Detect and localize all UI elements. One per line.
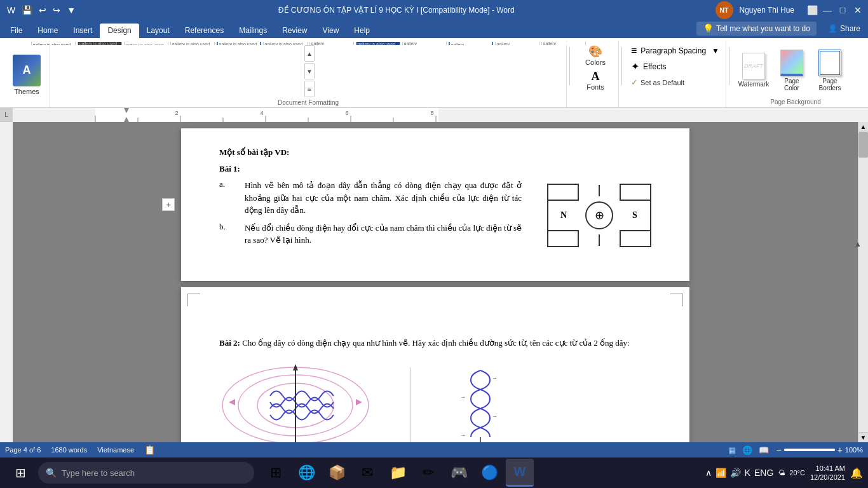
style-item-9[interactable]: TITLE HEADING 1 Do the bums, this galler… xyxy=(402,42,447,45)
bai1-content: a. Hình vẽ bên mô tả đoạn dây dẫn thẳng … xyxy=(219,179,651,252)
south-top-bar xyxy=(620,184,651,200)
scroll-up-button[interactable]: ▲ xyxy=(858,122,868,132)
ribbon-content: A Themes Title Heading 1 Do the bums, th… xyxy=(0,38,868,108)
task-view-button[interactable]: ⊞ xyxy=(262,459,290,487)
language-status[interactable]: Vietnamese xyxy=(97,446,134,454)
page-color-button[interactable]: Page Color xyxy=(774,47,810,94)
tab-layout[interactable]: Layout xyxy=(139,24,177,38)
paragraph-spacing-button[interactable]: ≡ Paragraph Spacing ▼ xyxy=(628,43,722,58)
svg-text:→: → xyxy=(460,394,466,400)
add-content-button[interactable]: + xyxy=(162,198,175,211)
page-color-label: Page Color xyxy=(778,78,806,92)
start-button[interactable]: ⊞ xyxy=(5,458,36,488)
bai2-text: Cho ống dây có dòng điện chạy qua như hì… xyxy=(242,338,630,348)
read-mode-button[interactable]: 📖 xyxy=(757,445,771,456)
user-avatar[interactable]: NT xyxy=(715,1,733,19)
mail-button[interactable]: ✉ xyxy=(353,459,381,487)
fonts-label: Fonts xyxy=(587,83,604,91)
game-button[interactable]: 🎮 xyxy=(445,459,473,487)
customize-qat-button[interactable]: ▼ xyxy=(65,4,78,17)
set-as-default-button[interactable]: ✓ Set as Default xyxy=(628,76,722,89)
style-item-6[interactable]: Title Heading 1 Do the bums, this galler… xyxy=(263,42,308,45)
notification-button[interactable]: 🔔 xyxy=(850,467,863,479)
right-scrollbar[interactable]: ▲ ▼ xyxy=(858,122,868,442)
explorer-button[interactable]: 📁 xyxy=(384,459,412,487)
style-item-11[interactable]: Title Heading 1 Do the bums, this galler… xyxy=(495,42,539,45)
close-button[interactable]: ✕ xyxy=(853,5,863,15)
style-item-2[interactable]: TITLE HEADING 1 Do the bums, this galler… xyxy=(78,42,122,45)
tab-review[interactable]: Review xyxy=(275,24,315,38)
style-item-1[interactable]: Title Heading 1 Do the bums, this galler… xyxy=(31,42,76,45)
taskbar-search[interactable]: 🔍 Type here to search xyxy=(38,462,254,484)
gallery-down-arrow[interactable]: ▼ xyxy=(304,63,315,79)
temperature-label: 20°C xyxy=(789,469,805,477)
page-background-label: Page Background xyxy=(736,97,855,107)
style-item-7[interactable]: TITLE HEADING 1 Do the bums, this galler… xyxy=(309,42,354,45)
tell-me-input[interactable]: 💡 Tell me what you want to do xyxy=(696,22,817,36)
word-taskbar-button[interactable]: W xyxy=(506,459,534,487)
svg-marker-22 xyxy=(229,399,235,405)
style-item-5[interactable]: TITLE HEADING 1 Do the bums, this galler… xyxy=(217,42,261,45)
volume-icon[interactable]: 🔊 xyxy=(730,468,741,478)
ribbon-display-button[interactable]: ⬜ xyxy=(807,5,817,15)
svg-text:2: 2 xyxy=(175,110,178,116)
zoom-slider[interactable] xyxy=(784,449,835,451)
ribbon-collapse-button[interactable]: ▲ xyxy=(854,240,862,248)
view-icons: ▦ 🌐 📖 xyxy=(726,445,771,456)
taskbar-search-placeholder: Type here to search xyxy=(62,468,135,478)
ribbon-group-document-formatting: Title Heading 1 Do the bums, this galler… xyxy=(50,41,567,107)
status-bar: Page 4 of 6 1680 words Vietnamese 📋 ▦ 🌐 … xyxy=(0,442,868,458)
page-borders-button[interactable]: Page Borders xyxy=(812,47,848,94)
tab-insert[interactable]: Insert xyxy=(65,24,100,38)
save-button[interactable]: 💾 xyxy=(20,4,34,17)
document-area[interactable]: + Một số bài tập VD: Bài 1: a. Hình vẽ b… xyxy=(13,122,858,442)
gallery-more-arrow[interactable]: ≡ xyxy=(304,81,315,97)
redo-button[interactable]: ↪ xyxy=(51,4,62,17)
scroll-down-button[interactable]: ▼ xyxy=(858,432,868,442)
tab-mailings[interactable]: Mailings xyxy=(231,24,275,38)
language-indicator[interactable]: ENG xyxy=(754,468,773,478)
tab-design[interactable]: Design xyxy=(100,24,139,38)
print-layout-button[interactable]: ▦ xyxy=(726,445,738,456)
effects-button[interactable]: ✦ Effects xyxy=(628,58,722,74)
ribbon-tabs: File Home Insert Design Layout Reference… xyxy=(0,20,868,38)
gallery-up-arrow[interactable]: ▲ xyxy=(304,45,315,62)
scroll-thumb[interactable] xyxy=(858,132,868,158)
colors-fonts-content: 🎨 Colors A Fonts xyxy=(576,43,614,107)
zoom-in-button[interactable]: + xyxy=(837,445,843,455)
tab-view[interactable]: View xyxy=(315,24,347,38)
clock-area[interactable]: 10:41 AM 12/20/2021 xyxy=(810,464,845,482)
paragraph-spacing-icon: ≡ xyxy=(631,45,637,57)
tab-help[interactable]: Help xyxy=(346,24,377,38)
tab-home[interactable]: Home xyxy=(30,24,65,38)
dropbox-button[interactable]: 📦 xyxy=(323,459,351,487)
network-icon[interactable]: 📶 xyxy=(715,468,726,478)
zoom-out-button[interactable]: − xyxy=(776,445,781,455)
chevron-up-icon[interactable]: ∧ xyxy=(705,468,712,478)
themes-button[interactable]: A Themes xyxy=(9,50,44,100)
style-item-10[interactable]: Title Heading 1 Do the bums, this galler… xyxy=(449,42,493,45)
maximize-button[interactable]: □ xyxy=(837,5,848,15)
minimize-button[interactable]: — xyxy=(822,5,832,15)
style-item-8[interactable]: Title Heading 1 Do the bums, this galler… xyxy=(356,42,400,45)
colors-button[interactable]: 🎨 Colors xyxy=(576,43,614,67)
web-layout-button[interactable]: 🌐 xyxy=(740,445,754,456)
tab-file[interactable]: File xyxy=(3,24,30,38)
themes-content: A Themes xyxy=(9,42,44,107)
edge-button[interactable]: 🌐 xyxy=(292,459,320,487)
kaspersky-icon[interactable]: K xyxy=(745,468,750,478)
chrome-button[interactable]: 🔵 xyxy=(475,459,503,487)
share-button[interactable]: 👤 Share xyxy=(823,22,865,35)
undo-button[interactable]: ↩ xyxy=(37,4,48,17)
ruler[interactable]: 2 4 6 8 xyxy=(13,108,868,122)
fonts-button[interactable]: A Fonts xyxy=(576,69,614,92)
stylus-button[interactable]: ✏ xyxy=(414,459,442,487)
tab-references[interactable]: References xyxy=(177,24,231,38)
bai1-b-label: b. xyxy=(219,222,238,232)
scroll-track[interactable] xyxy=(858,132,868,432)
style-item-3[interactable]: Title Heading 1 Do the bums, this galler… xyxy=(124,42,168,45)
style-item-4[interactable]: Title Heading 1 Do the bums, this galler… xyxy=(170,42,215,45)
watermark-button[interactable]: DRAFT Watermark xyxy=(736,50,771,90)
taskbar: ⊞ 🔍 Type here to search ⊞ 🌐 📦 ✉ 📁 ✏ 🎮 🔵 … xyxy=(0,458,868,488)
bai2-row: Bài 2: Cho ống dây có dòng điện chạy qua… xyxy=(219,338,651,348)
